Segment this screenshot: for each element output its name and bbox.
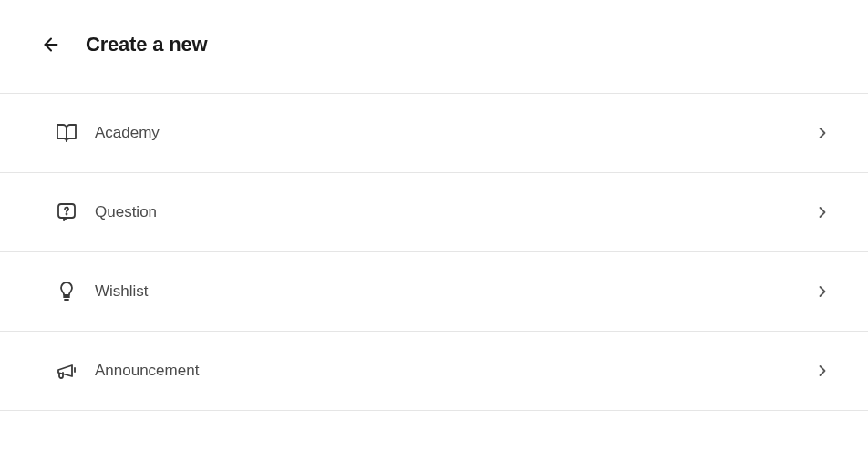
item-label: Wishlist: [95, 282, 813, 301]
list-item-academy[interactable]: Academy: [0, 94, 868, 173]
lightbulb-icon: [55, 280, 78, 303]
book-icon: [55, 121, 78, 145]
question-icon: [55, 200, 78, 224]
back-button[interactable]: [40, 34, 62, 56]
item-label: Academy: [95, 124, 813, 142]
list-item-wishlist[interactable]: Wishlist: [0, 252, 868, 332]
megaphone-icon: [55, 359, 78, 383]
chevron-right-icon: [813, 282, 832, 301]
svg-point-2: [67, 214, 67, 215]
list-item-question[interactable]: Question: [0, 173, 868, 252]
chevron-right-icon: [813, 362, 832, 380]
create-options-list: Academy Question: [0, 93, 868, 411]
item-label: Announcement: [95, 362, 813, 380]
chevron-right-icon: [813, 203, 832, 221]
list-item-announcement[interactable]: Announcement: [0, 332, 868, 411]
arrow-left-icon: [41, 35, 61, 55]
item-label: Question: [95, 203, 813, 221]
page-header: Create a new: [0, 0, 868, 82]
chevron-right-icon: [813, 124, 832, 142]
page-title: Create a new: [86, 33, 207, 56]
